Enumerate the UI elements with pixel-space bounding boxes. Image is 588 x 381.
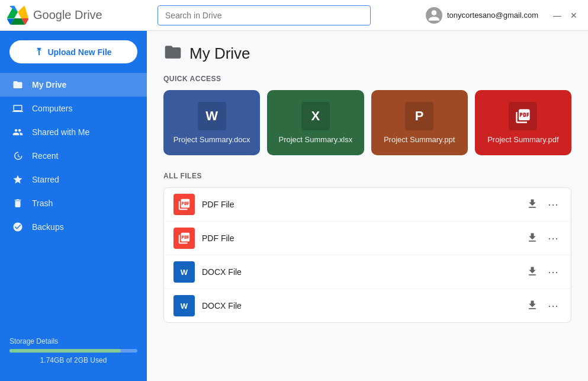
pdf-qa-icon	[509, 102, 537, 130]
google-drive-logo	[7, 5, 28, 26]
all-files-label: ALL FILES	[163, 172, 571, 180]
file-name-1: PDF File	[202, 200, 517, 209]
file-row: W DOCX File ⋯	[164, 255, 571, 289]
docx-file-icon-2: W	[173, 295, 195, 316]
quick-access-grid: W Project Summary.docx X Project Summary…	[163, 90, 571, 155]
quick-access-card-pdf[interactable]: Project Summary.pdf	[475, 90, 571, 155]
folder-icon	[163, 43, 182, 64]
quick-access-label: QUICK ACCESS	[163, 75, 571, 83]
trash-label: Trash	[32, 198, 53, 208]
page-title: My Drive	[189, 44, 250, 63]
computers-icon	[12, 103, 24, 114]
quick-access-card-xlsx[interactable]: X Project Summary.xlsx	[267, 90, 364, 155]
file-row: PDF File ⋯	[164, 188, 571, 222]
window-controls: — ✕	[550, 8, 581, 23]
file-actions-4: ⋯	[524, 297, 561, 315]
download-button-4[interactable]	[524, 297, 541, 315]
shared-label: Shared with Me	[32, 127, 89, 137]
search-bar-wrap	[102, 5, 426, 25]
file-actions-1: ⋯	[524, 196, 561, 214]
upload-button-label: Upload New File	[47, 47, 111, 57]
more-options-button-3[interactable]: ⋯	[545, 263, 561, 281]
my-drive-icon	[12, 79, 24, 91]
main-layout: ⤒ Upload New File My Drive Computers Sha…	[0, 31, 588, 381]
qa-filename-1: Project Summary.docx	[173, 135, 250, 144]
file-name-4: DOCX File	[202, 301, 517, 310]
storage-section: Storage Details 1.74GB of 2GB Used	[0, 330, 147, 372]
download-button-3[interactable]	[524, 263, 541, 281]
starred-icon	[12, 174, 24, 185]
download-button-2[interactable]	[524, 229, 541, 248]
content-area: My Drive QUICK ACCESS W Project Summary.…	[147, 31, 588, 381]
docx-file-icon-1: W	[173, 261, 195, 283]
qa-filename-4: Project Summary.pdf	[487, 135, 558, 144]
search-input[interactable]	[158, 5, 371, 25]
file-row: W DOCX File ⋯	[164, 289, 571, 322]
storage-label: Storage Details	[9, 337, 137, 345]
sidebar-item-backups[interactable]: Backups	[0, 215, 147, 239]
file-actions-3: ⋯	[524, 263, 561, 281]
ppt-icon: P	[405, 102, 433, 130]
more-options-button-2[interactable]: ⋯	[545, 229, 561, 247]
file-name-3: DOCX File	[202, 267, 517, 277]
download-button-1[interactable]	[524, 196, 541, 214]
sidebar-item-computers[interactable]: Computers	[0, 97, 147, 120]
sidebar-item-my-drive[interactable]: My Drive	[0, 73, 147, 97]
storage-bar	[9, 349, 137, 353]
more-options-button-1[interactable]: ⋯	[545, 196, 561, 213]
minimize-button[interactable]: —	[550, 8, 564, 23]
sidebar-item-shared[interactable]: Shared with Me	[0, 120, 147, 144]
trash-icon	[12, 197, 24, 209]
pdf-file-icon-1	[173, 194, 195, 215]
sidebar: ⤒ Upload New File My Drive Computers Sha…	[0, 31, 147, 381]
file-name-2: PDF File	[202, 233, 517, 243]
backups-label: Backups	[32, 222, 64, 232]
close-button[interactable]: ✕	[567, 8, 581, 23]
avatar	[426, 7, 442, 24]
sidebar-item-trash[interactable]: Trash	[0, 191, 147, 215]
user-area: tonycortesano@gmail.com — ✕	[426, 7, 581, 24]
computers-label: Computers	[32, 104, 72, 113]
upload-new-file-button[interactable]: ⤒ Upload New File	[9, 40, 137, 63]
all-files-list: PDF File ⋯ PDF File ⋯	[163, 187, 571, 323]
user-email: tonycortesano@gmail.com	[447, 11, 538, 20]
shared-icon	[12, 126, 24, 138]
user-icon	[428, 9, 441, 22]
storage-fill	[9, 349, 121, 353]
title-bar: Google Drive tonycortesano@gmail.com — ✕	[0, 0, 588, 31]
recent-label: Recent	[32, 151, 58, 161]
qa-filename-2: Project Summary.xlsx	[279, 135, 353, 144]
file-actions-2: ⋯	[524, 229, 561, 248]
upload-icon: ⤒	[35, 46, 43, 57]
qa-filename-3: Project Summary.ppt	[384, 135, 455, 144]
backups-icon	[12, 221, 24, 233]
my-drive-label: My Drive	[32, 80, 66, 89]
file-row: PDF File ⋯	[164, 222, 571, 255]
pdf-file-icon-2	[173, 228, 195, 249]
recent-icon	[12, 150, 24, 162]
starred-label: Starred	[32, 175, 59, 184]
quick-access-card-docx1[interactable]: W Project Summary.docx	[163, 90, 260, 155]
more-options-button-4[interactable]: ⋯	[545, 297, 561, 315]
storage-used: 1.74GB of 2GB Used	[9, 356, 137, 364]
page-header: My Drive	[163, 43, 571, 64]
sidebar-item-starred[interactable]: Starred	[0, 168, 147, 191]
sidebar-item-recent[interactable]: Recent	[0, 144, 147, 168]
logo-area: Google Drive	[7, 5, 102, 26]
docx-icon: W	[198, 102, 226, 130]
quick-access-card-ppt[interactable]: P Project Summary.ppt	[371, 90, 468, 155]
xlsx-icon: X	[301, 102, 330, 130]
app-title: Google Drive	[33, 8, 102, 22]
